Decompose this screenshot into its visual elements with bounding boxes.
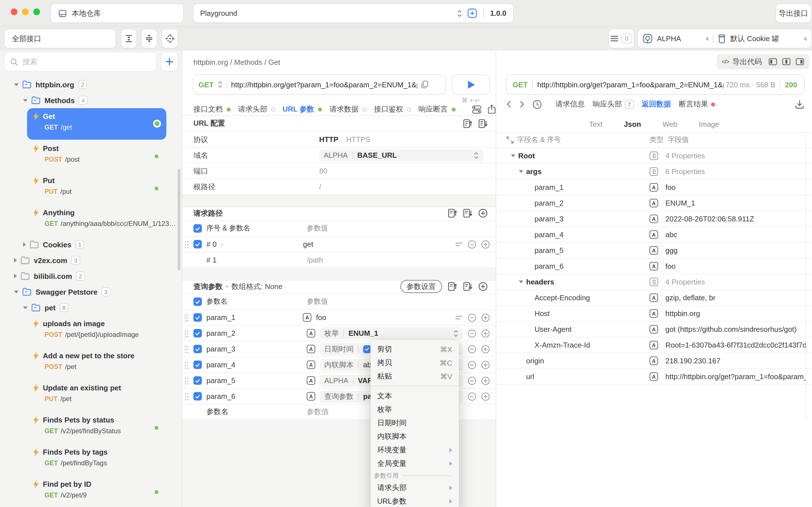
collection-filter-button[interactable]: 全部接口 xyxy=(4,29,116,48)
sidebar-item-updates-pet-form[interactable]: Updates a pet in the store with f xyxy=(27,504,166,507)
row-checkbox[interactable] xyxy=(193,313,202,322)
param-name[interactable]: param_4 xyxy=(206,360,307,369)
row-checkbox[interactable] xyxy=(193,329,202,337)
response-url[interactable]: http://httpbin.org/get?param_1=foo&param… xyxy=(537,80,723,89)
param-name[interactable]: param_6 xyxy=(206,392,307,400)
request-url-input[interactable]: http://httpbin.org/get?param_1=foo&param… xyxy=(231,80,417,89)
collapse-cookiejar-icon[interactable] xyxy=(804,36,806,41)
add-row-icon[interactable] xyxy=(481,392,490,401)
request-queue-indicator[interactable]: 0 xyxy=(609,29,634,48)
now-checkbox[interactable] xyxy=(363,345,371,353)
json-row-headers[interactable]: headers 4 Properties xyxy=(496,274,812,290)
collapse-all-button[interactable] xyxy=(142,29,157,48)
param-name[interactable]: param_5 xyxy=(206,376,307,385)
path-row-0[interactable]: # 0 - get xyxy=(182,236,496,252)
caret-down-icon[interactable] xyxy=(23,306,28,309)
json-row[interactable]: Host Ahttpbin.org xyxy=(496,306,812,322)
json-row[interactable]: param_4 Aabc xyxy=(496,227,812,243)
sidebar-item-find-by-tags[interactable]: Finds Pets by tags GET/pet/findByTags xyxy=(27,444,166,475)
enum-value-select[interactable]: 枚举ENUM_1 xyxy=(320,327,463,339)
json-row-root[interactable]: Root 4 Properties xyxy=(496,148,812,164)
port-value[interactable]: 80 xyxy=(319,167,327,175)
add-row-icon[interactable] xyxy=(481,329,490,338)
row-checkbox[interactable] xyxy=(193,240,202,248)
remove-row-icon[interactable] xyxy=(467,329,476,338)
drag-handle[interactable] xyxy=(185,377,189,385)
drag-handle[interactable] xyxy=(185,329,189,337)
path-value-placeholder[interactable]: /path xyxy=(307,256,323,264)
row-checkbox[interactable] xyxy=(193,360,202,369)
caret-right-icon[interactable] xyxy=(23,242,26,247)
menu-item-global-variable[interactable]: 全局变量 xyxy=(370,457,459,470)
locate-current-button[interactable] xyxy=(162,29,177,48)
query-row-param2[interactable]: param_2 A 枚举ENUM_1 xyxy=(182,325,496,341)
sidebar-folder-cookies[interactable]: Cookies 1 xyxy=(0,237,182,252)
drag-handle[interactable] xyxy=(185,314,189,321)
zoom-window-button[interactable] xyxy=(33,8,40,15)
json-row-url[interactable]: url Ahttp://httpbin.org/get?param_1=foo&… xyxy=(496,369,812,385)
root-path-value[interactable]: / xyxy=(319,182,321,191)
json-row[interactable]: param_5 Aggg xyxy=(496,243,812,259)
tab-api-doc[interactable]: 接口文档 xyxy=(193,104,231,114)
menu-item-copy[interactable]: 拷贝⌘C xyxy=(370,356,459,370)
caret-down-icon[interactable] xyxy=(14,83,18,86)
stepper-icon[interactable] xyxy=(474,151,479,159)
drag-handle[interactable] xyxy=(185,345,189,353)
add-row-icon[interactable] xyxy=(478,209,488,218)
param-settings-button[interactable]: 参数设置 xyxy=(400,280,442,293)
sidebar-item-find-by-id[interactable]: Find pet by ID GET/v2/pet/9 xyxy=(27,476,166,507)
protocol-http-option[interactable]: HTTP xyxy=(319,135,338,144)
tab-request-headers[interactable]: 请求头部 xyxy=(238,104,275,114)
format-json[interactable]: Json xyxy=(624,120,641,128)
select-all-checkbox[interactable] xyxy=(193,297,202,306)
repo-switcher-button[interactable]: 本地仓库 xyxy=(51,4,183,22)
sidebar-item-anything[interactable]: Anything GET/anything/aaa/bbb/ccc/ENUM_1… xyxy=(27,205,166,236)
param-value-placeholder[interactable]: 参数值 xyxy=(307,407,329,417)
row-checkbox[interactable] xyxy=(193,392,202,400)
request-url-bar[interactable]: GET http://httpbin.org/get?param_1=foo&p… xyxy=(193,75,446,94)
cookie-jar-name[interactable]: 默认 Cookie 罐 xyxy=(730,34,779,44)
prev-response-icon[interactable] xyxy=(506,100,511,108)
minimize-window-button[interactable] xyxy=(22,8,29,15)
json-row[interactable]: param_6 Afoo xyxy=(496,259,812,274)
remove-row-icon[interactable] xyxy=(467,360,476,369)
json-row[interactable]: X-Amzn-Trace-Id ARoot=1-6307ba43-6f7f31c… xyxy=(496,337,812,353)
add-version-button[interactable] xyxy=(467,8,477,18)
method-stepper-icon[interactable] xyxy=(217,80,222,89)
send-request-button[interactable] xyxy=(452,75,490,94)
remove-row-icon[interactable] xyxy=(467,240,476,249)
remove-row-icon[interactable] xyxy=(467,392,476,401)
sidebar-folder-v2ex[interactable]: v2ex.com 3 xyxy=(0,252,182,268)
close-window-button[interactable] xyxy=(11,8,17,15)
import-doc-icon[interactable] xyxy=(463,119,472,128)
json-row[interactable]: param_3 A2022-08-26T02:06:58.911Z xyxy=(496,211,812,227)
menu-item-env-variable[interactable]: 环境变量 xyxy=(370,443,459,457)
param-name[interactable]: param_1 xyxy=(206,313,303,322)
caret-down-icon[interactable] xyxy=(14,290,18,293)
query-row-param1[interactable]: param_1 Afoo xyxy=(182,309,496,325)
param-value[interactable]: foo xyxy=(316,313,326,322)
menu-item-paste[interactable]: 粘贴⌘V xyxy=(370,370,459,383)
row-checkbox[interactable] xyxy=(193,376,202,385)
toggle-left-panel-icon[interactable] xyxy=(769,58,777,65)
export-doc-icon[interactable] xyxy=(463,282,472,291)
tab-auth[interactable]: 接口鉴权 xyxy=(374,104,411,114)
caret-down-icon[interactable] xyxy=(511,154,515,157)
add-row-icon[interactable] xyxy=(478,282,488,291)
tab-response-data[interactable]: 返回数据 xyxy=(642,99,671,109)
add-api-button[interactable] xyxy=(161,52,177,71)
json-row-origin[interactable]: origin A218.190.230.167 xyxy=(496,353,812,369)
sidebar-scrollbar[interactable] xyxy=(177,169,181,270)
import-doc-icon[interactable] xyxy=(448,282,457,291)
caret-down-icon[interactable] xyxy=(23,99,28,102)
search-box[interactable] xyxy=(4,52,156,71)
drag-handle[interactable] xyxy=(185,361,189,369)
json-row[interactable]: param_2 AENUM_1 xyxy=(496,195,812,211)
sidebar-folder-methods[interactable]: Methods 4 xyxy=(0,93,182,108)
add-row-icon[interactable] xyxy=(481,360,490,369)
menu-item-datetime[interactable]: 日期时间 xyxy=(370,416,459,430)
tab-url-params[interactable]: URL 参数 xyxy=(283,104,322,114)
toggles-icon[interactable] xyxy=(472,105,481,114)
toggle-bottom-panel-icon[interactable] xyxy=(782,58,791,65)
history-icon[interactable] xyxy=(532,100,542,109)
